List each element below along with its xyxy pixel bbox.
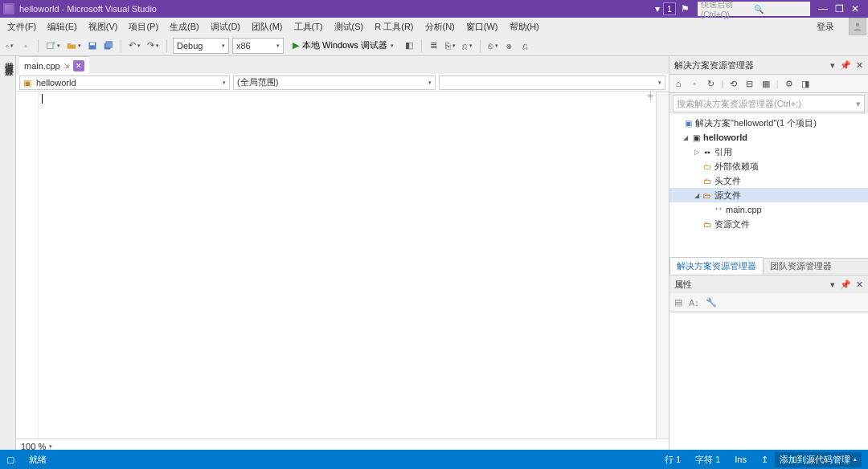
home-icon[interactable]: ⌂ [673,79,684,88]
restore-button[interactable]: ❐ [831,3,847,14]
flag-icon[interactable]: ⚑ [681,3,690,14]
panel-dropdown-icon[interactable]: ▾ [830,279,835,290]
node-headers[interactable]: 🗀 头文件 [669,173,868,188]
tab-close-button[interactable]: ✕ [73,60,84,71]
undo-button[interactable]: ↶ [127,38,142,54]
feedback-icon[interactable]: ▾ [655,3,660,14]
tab-team-explorer[interactable]: 团队资源管理器 [764,257,838,275]
save-all-button[interactable] [102,38,115,54]
tool-btn-e[interactable]: ⎋ [486,38,500,54]
menu-view[interactable]: 视图(V) [83,19,124,35]
node-sources[interactable]: ◢ 🗁 源文件 [669,188,868,202]
panel-dropdown-icon[interactable]: ▾ [830,60,835,71]
new-project-button[interactable]: ＋ [44,38,62,54]
solution-explorer-title: 解决方案资源管理器 ▾ 📌 ✕ [669,56,868,74]
menu-rtools[interactable]: R 工具(R) [369,19,419,35]
alpha-icon[interactable]: A↓ [689,298,699,308]
folder-icon: 🗀 [702,220,713,229]
title-bar: helloworld - Microsoft Visual Studio ▾ 1… [0,0,868,18]
source-control-button[interactable]: 添加到源代码管理 ▴ [775,452,862,467]
categorize-icon[interactable]: ▤ [674,297,682,308]
panel-close-icon[interactable]: ✕ [856,60,863,71]
tool-btn-b[interactable]: ≣ [428,38,440,54]
panel-pin-icon[interactable]: 📌 [840,60,851,71]
tool-btn-g[interactable]: ⎌ [519,38,532,54]
quick-launch-input[interactable]: 快速启动 (Ctrl+Q) 🔍 [698,2,810,16]
publish-icon[interactable]: ↥ [761,455,768,465]
properties-icon[interactable]: ⚙ [784,79,795,89]
save-button[interactable] [86,38,99,54]
menu-team[interactable]: 团队(M) [246,19,289,35]
svg-rect-4 [90,43,95,45]
nav-scope-combo[interactable]: (全局范围) [233,75,436,90]
showall-icon[interactable]: ▦ [760,79,772,89]
menu-file[interactable]: 文件(F) [2,19,42,35]
menu-build[interactable]: 生成(B) [164,19,205,35]
menu-project[interactable]: 项目(P) [123,19,164,35]
status-line: 行 1 [665,454,681,466]
tool-btn-c[interactable]: ⎘ [444,38,457,54]
node-external[interactable]: 🗀 外部依赖项 [669,159,868,173]
refs-icon: ▪▪ [702,148,713,157]
refresh-icon[interactable]: ↻ [705,79,716,89]
code-area[interactable] [39,92,656,438]
properties-grid[interactable] [669,312,868,453]
project-icon: ▣ [23,78,33,88]
project-icon: ▣ [690,133,702,142]
menu-debug[interactable]: 调试(D) [205,19,246,35]
tool-btn-f[interactable]: ⎈ [503,38,516,54]
node-solution[interactable]: ▣ 解决方案"helloworld"(1 个项目) [669,116,868,130]
right-dock: 解决方案资源管理器 ▾ 📌 ✕ ⌂ ◦ ↻ | ⟲ ⊟ ▦ | ⚙ ◨ 搜索解决… [669,56,868,453]
left-dock: 服务器资源管理器 工具箱 [0,56,16,453]
solution-search-input[interactable]: 搜索解决方案资源管理器(Ctrl+;) ▾ [673,95,865,112]
document-tabstrip: main.cpp ⇲ ✕ [16,56,669,74]
panel-pin-icon[interactable]: 📌 [840,279,851,290]
open-button[interactable] [65,38,83,54]
properties-panel: 属性 ▾ 📌 ✕ ▤ A↓ 🔧 [669,275,868,453]
node-references[interactable]: ▷ ▪▪ 引用 [669,145,868,159]
right-tabstrip: 解决方案资源管理器 团队资源管理器 [669,258,868,275]
properties-toolbar: ▤ A↓ 🔧 [669,293,868,312]
redo-button[interactable]: ↷ [145,38,161,54]
tool-btn-a[interactable]: ◧ [403,38,416,54]
preview-icon[interactable]: ◨ [800,79,811,89]
minimize-button[interactable]: — [815,3,831,14]
document-tab-main[interactable]: main.cpp ⇲ ✕ [19,56,89,74]
pin-icon[interactable]: ⇲ [63,62,70,70]
search-dd-icon: ▾ [856,99,861,109]
avatar-icon[interactable] [849,18,866,35]
menu-tools[interactable]: 工具(T) [289,19,329,35]
menu-edit[interactable]: 编辑(E) [42,19,83,35]
close-button[interactable]: ✕ [847,3,863,14]
nav-back-button[interactable]: ◦ [3,38,16,54]
nav-member-combo[interactable] [439,75,665,90]
config-combo[interactable]: Debug [173,38,229,54]
code-editor[interactable]: ╪ [16,92,669,438]
node-resources[interactable]: 🗀 资源文件 [669,217,868,231]
start-debug-button[interactable]: ▶ 本地 Windows 调试器 ▾ [287,38,399,54]
tab-solution-explorer[interactable]: 解决方案资源管理器 [669,257,764,275]
back-icon[interactable]: ◦ [689,79,700,88]
menu-help[interactable]: 帮助(H) [504,19,545,35]
node-project[interactable]: ◢ ▣ helloworld [669,130,868,145]
menu-window[interactable]: 窗口(W) [461,19,504,35]
nav-fwd-button[interactable]: ◦ [19,38,32,54]
vertical-scrollbar[interactable] [656,92,669,438]
play-icon: ▶ [293,40,299,51]
split-grip-icon[interactable]: ╪ [648,92,656,100]
tool-btn-d[interactable]: ⎌ [461,38,474,54]
panel-close-icon[interactable]: ✕ [856,279,863,290]
sign-in-link[interactable]: 登录 [809,19,842,35]
node-main-cpp[interactable]: ⁺⁺ main.cpp [669,202,868,217]
solution-tree: ▣ 解决方案"helloworld"(1 个项目) ◢ ▣ helloworld… [669,114,868,258]
prop-search-icon[interactable]: 🔧 [706,297,717,308]
platform-combo[interactable]: x86 [232,38,284,54]
menu-analyze[interactable]: 分析(N) [420,19,461,35]
collapse-icon[interactable]: ⊟ [744,79,755,89]
menu-test[interactable]: 测试(S) [329,19,370,35]
nav-project-combo[interactable]: ▣ helloworld [19,75,230,90]
tab-server-explorer[interactable]: 服务器资源管理器 [3,59,15,453]
sync-doc-icon[interactable]: ⟲ [728,79,739,89]
status-repo-icon[interactable]: ▢ [6,455,14,465]
notification-badge[interactable]: 1 [663,2,676,15]
